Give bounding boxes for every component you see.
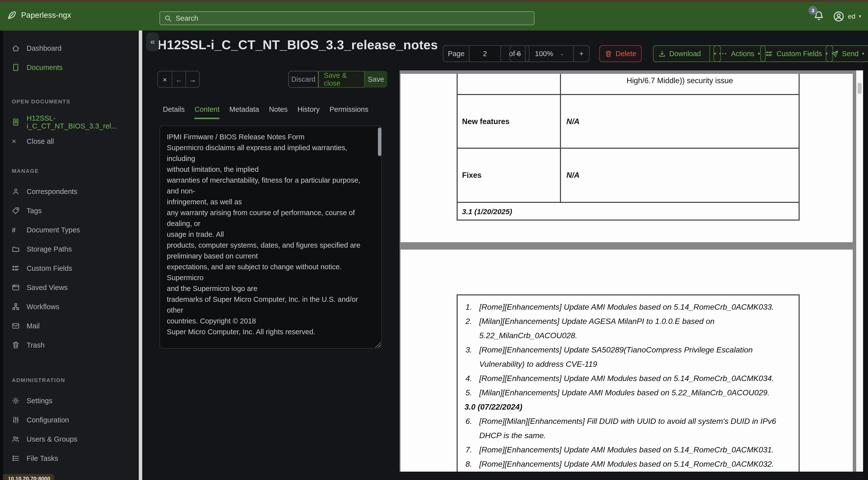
file-icon bbox=[12, 63, 20, 71]
search-input[interactable]: Search bbox=[159, 11, 534, 25]
boxes-icon bbox=[12, 302, 20, 310]
open-documents-header: OPEN DOCUMENTS bbox=[3, 98, 139, 105]
sidebar-item-label: File Tasks bbox=[27, 454, 58, 462]
list-item-number: 6. bbox=[465, 414, 472, 428]
list-item-text: [Rome][Enhancements] Update AMI Modules … bbox=[479, 374, 774, 383]
zoom-control-group: – 100% ⌄ + bbox=[510, 45, 589, 62]
close-document-button[interactable]: × bbox=[158, 71, 172, 87]
ui-list-icon bbox=[12, 264, 20, 272]
tab-metadata[interactable]: Metadata bbox=[229, 106, 259, 119]
preview-scrollbar-thumb[interactable] bbox=[858, 83, 862, 94]
table-row: High/6.7 Middle)) security issue bbox=[457, 74, 800, 95]
user-menu[interactable]: ed ▾ bbox=[833, 10, 861, 22]
list-item: 1.[Rome][Enhancements] Update AMI Module… bbox=[458, 300, 799, 314]
zoom-out-button[interactable]: – bbox=[510, 46, 525, 62]
preview-scrollbar[interactable] bbox=[856, 70, 863, 472]
window-top-bar bbox=[0, 0, 868, 2]
sidebar-item-workflows[interactable]: Workflows bbox=[3, 297, 139, 316]
sidebar-item-label: Workflows bbox=[27, 302, 59, 310]
list-item-number: 5. bbox=[465, 386, 472, 400]
notifications-button[interactable]: 3 bbox=[813, 10, 825, 23]
table-cell: New features bbox=[458, 95, 561, 148]
sidebar-collapse-button[interactable]: « bbox=[146, 32, 159, 51]
download-button-label: Download bbox=[669, 50, 701, 58]
discard-button[interactable]: Discard bbox=[288, 71, 318, 88]
list-item: 5.[Milan][Enhancements] Update AMI Modul… bbox=[458, 386, 799, 400]
zoom-level-select[interactable]: 100% ⌄ bbox=[525, 46, 573, 62]
content-textarea[interactable]: IPMI Firmware / BIOS Release Notes Form … bbox=[159, 125, 382, 349]
sidebar-item-dashboard[interactable]: Dashboard bbox=[3, 38, 139, 58]
table-cell: N/A bbox=[561, 95, 799, 148]
page-number-input[interactable]: 2 bbox=[469, 46, 500, 62]
sidebar-item-documents[interactable]: Documents bbox=[3, 58, 139, 77]
tab-details[interactable]: Details bbox=[163, 106, 185, 119]
list-item: 4.[Rome][Enhancements] Update AMI Module… bbox=[458, 371, 799, 386]
tab-permissions[interactable]: Permissions bbox=[330, 106, 368, 119]
sidebar-item-mail[interactable]: Mail bbox=[3, 316, 139, 335]
download-split-button: Download ▾ bbox=[653, 45, 721, 62]
actions-button[interactable]: ··· Actions ▾ bbox=[713, 45, 766, 62]
sidebar-item-label: Custom Fields bbox=[27, 264, 72, 272]
pdf-page-1: High/6.7 Middle)) security issue New fea… bbox=[401, 74, 853, 242]
zoom-in-button[interactable]: + bbox=[573, 46, 589, 62]
save-and-close-button[interactable]: Save & close bbox=[318, 71, 365, 88]
table-cell: N/A bbox=[561, 149, 799, 202]
send-icon bbox=[831, 50, 838, 57]
sidebar-item-tags[interactable]: Tags bbox=[3, 201, 139, 220]
sliders-icon bbox=[12, 416, 20, 424]
sidebar-item-open-document[interactable]: H12SSL-i_C_CT_NT_BIOS_3.3_rel... bbox=[3, 112, 139, 131]
table-row: New features N/A bbox=[457, 95, 800, 149]
sidebar-item-label: Close all bbox=[27, 137, 54, 145]
custom-fields-button[interactable]: Custom Fields ▾ bbox=[760, 45, 833, 62]
document-nav-group: × ← → bbox=[157, 71, 200, 88]
status-bar-link-tooltip: 10.10.20.70:8000 bbox=[3, 474, 54, 480]
content-scrollbar-thumb[interactable] bbox=[378, 127, 381, 156]
tab-history[interactable]: History bbox=[298, 106, 319, 119]
ui-list-icon bbox=[766, 50, 773, 57]
notification-badge: 3 bbox=[808, 6, 817, 15]
document-tabs: Details Content Metadata Notes History P… bbox=[163, 106, 368, 119]
gear-icon bbox=[12, 396, 20, 404]
username: ed bbox=[848, 12, 856, 20]
sidebar-item-label: Dashboard bbox=[27, 44, 62, 52]
tag-icon bbox=[12, 207, 20, 214]
sidebar-item-close-all[interactable]: × Close all bbox=[3, 131, 139, 151]
sidebar-scrollbar[interactable] bbox=[139, 31, 142, 480]
sidebar-item-saved-views[interactable]: Saved Views bbox=[3, 278, 139, 297]
tab-content[interactable]: Content bbox=[195, 106, 220, 119]
tab-notes[interactable]: Notes bbox=[269, 106, 288, 119]
save-button[interactable]: Save bbox=[365, 71, 387, 88]
sidebar-item-users-groups[interactable]: Users & Groups bbox=[3, 429, 139, 449]
sidebar-item-configuration[interactable]: Configuration bbox=[3, 410, 139, 429]
list-item-number: 3. bbox=[465, 343, 472, 357]
sidebar-item-document-types[interactable]: # Document Types bbox=[3, 220, 139, 239]
app-brand[interactable]: Paperless-ngx bbox=[7, 10, 71, 20]
file-text-icon bbox=[12, 118, 20, 126]
list-item-text: [Rome][Enhancements] Update AMI Modules … bbox=[479, 460, 774, 468]
list-item-number: 2. bbox=[465, 314, 472, 328]
list-item: 9.[Rome][Milan][Enhancements] For UsbBus… bbox=[458, 471, 799, 472]
sidebar-item-file-tasks[interactable]: File Tasks bbox=[3, 449, 139, 468]
sidebar-item-custom-fields[interactable]: Custom Fields bbox=[3, 259, 139, 278]
search-icon bbox=[164, 14, 172, 22]
manage-header: MANAGE bbox=[3, 168, 139, 174]
delete-button[interactable]: Delete bbox=[599, 45, 642, 62]
sidebar-item-settings[interactable]: Settings bbox=[3, 391, 139, 410]
window-right-edge bbox=[863, 62, 868, 480]
previous-document-button[interactable]: ← bbox=[172, 71, 186, 87]
sidebar-item-label: Saved Views bbox=[27, 283, 68, 291]
sidebar-item-storage-paths[interactable]: Storage Paths bbox=[3, 239, 139, 259]
next-document-button[interactable]: → bbox=[186, 71, 199, 87]
sidebar-item-correspondents[interactable]: Correspondents bbox=[3, 182, 139, 201]
sidebar-item-label: Users & Groups bbox=[27, 435, 77, 443]
delete-button-label: Delete bbox=[616, 50, 636, 58]
table-cell: Fixes bbox=[458, 149, 561, 202]
content-text: IPMI Firmware / BIOS Release Notes Form … bbox=[167, 131, 372, 349]
sidebar-item-trash[interactable]: Trash bbox=[3, 335, 139, 355]
list-item-text: [Milan][Enhancements] Update AGESA Milan… bbox=[479, 317, 714, 340]
send-button[interactable]: Send ▾ bbox=[826, 45, 868, 62]
sidebar: Dashboard Documents OPEN DOCUMENTS H12SS… bbox=[3, 31, 139, 480]
content-resize-handle[interactable] bbox=[375, 342, 381, 348]
send-button-label: Send bbox=[842, 50, 859, 58]
download-button[interactable]: Download bbox=[653, 46, 706, 62]
